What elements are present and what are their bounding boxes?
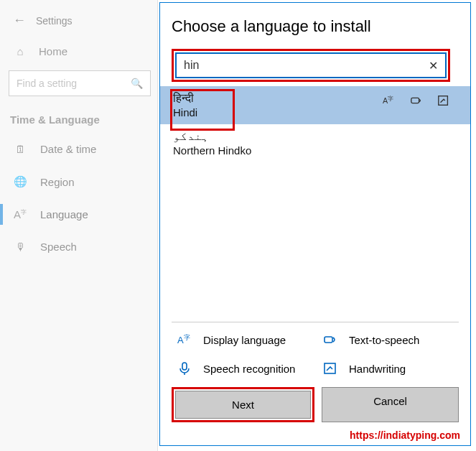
feature-label: Text-to-speech: [349, 334, 419, 346]
svg-text:A: A: [177, 335, 184, 345]
display-language-icon: A字: [383, 94, 396, 110]
svg-text:字: 字: [388, 96, 393, 102]
watermark-url: https://indiatyping.com: [160, 429, 470, 445]
feature-text-to-speech: Text-to-speech: [323, 333, 457, 347]
display-language-icon: A字: [177, 333, 192, 347]
sidebar-item-speech[interactable]: 🎙 Speech: [0, 231, 158, 263]
feature-label: Handwriting: [349, 363, 406, 375]
result-feature-icons: A字: [383, 94, 450, 110]
text-to-speech-icon: [410, 94, 423, 110]
sidebar-home-label: Home: [39, 45, 67, 57]
home-icon: ⌂: [13, 45, 27, 57]
sidebar-item-label: Language: [40, 208, 88, 220]
result-native-name: हिन्दी: [173, 92, 197, 105]
sidebar-item-language[interactable]: A字 Language: [0, 198, 158, 231]
result-english-name: Northern Hindko: [173, 144, 251, 157]
microphone-icon: [177, 361, 192, 376]
sidebar-section-heading: Time & Language: [0, 96, 158, 133]
search-highlight-box: ✕: [172, 49, 450, 82]
sidebar-divider: [157, 0, 158, 451]
globe-icon: 🌐: [13, 175, 27, 188]
handwriting-icon: [323, 361, 337, 376]
feature-display-language: A字 Display language: [177, 333, 312, 347]
result-native-name: ہندکو: [173, 130, 251, 143]
result-english-name: Hindi: [173, 106, 197, 118]
svg-text:字: 字: [184, 334, 190, 341]
dialog-button-row: Next Cancel: [160, 387, 470, 429]
sidebar-search-placeholder: Find a setting: [17, 78, 77, 89]
language-icon: A字: [13, 208, 27, 220]
svg-rect-6: [325, 337, 332, 343]
text-to-speech-icon: [323, 333, 337, 347]
sidebar-item-label: Speech: [40, 241, 77, 253]
language-search-input[interactable]: [177, 54, 421, 77]
language-install-dialog: Choose a language to install ✕ हिन्दी Hi…: [159, 2, 471, 446]
calendar-icon: 🗓: [13, 143, 27, 155]
language-result-hindi[interactable]: हिन्दी Hindi A字: [160, 86, 470, 124]
svg-rect-2: [411, 98, 419, 103]
feature-label: Display language: [203, 334, 286, 346]
language-search-box[interactable]: ✕: [175, 52, 447, 78]
handwriting-icon: [437, 94, 450, 110]
language-result-list: हिन्दी Hindi A字 ہندکو Northern Hindko: [160, 86, 470, 162]
sidebar-search[interactable]: Find a setting 🔍: [9, 70, 151, 96]
feature-label: Speech recognition: [203, 363, 295, 375]
sidebar-item-datetime[interactable]: 🗓 Date & time: [0, 133, 158, 165]
next-button[interactable]: Next: [175, 391, 311, 419]
feature-handwriting: Handwriting: [323, 361, 457, 376]
sidebar-item-label: Date & time: [40, 143, 96, 155]
sidebar-home[interactable]: ⌂ Home: [0, 28, 158, 65]
dialog-title: Choose a language to install: [172, 17, 450, 36]
feature-speech-recognition: Speech recognition: [177, 361, 312, 376]
feature-legend: A字 Display language Text-to-speech Speec…: [160, 322, 470, 387]
clear-search-icon[interactable]: ✕: [421, 59, 445, 73]
svg-rect-7: [182, 363, 187, 370]
microphone-icon: 🎙: [13, 241, 27, 253]
settings-sidebar: ← Settings ⌂ Home Find a setting 🔍 Time …: [0, 0, 158, 451]
language-result-hindko[interactable]: ہندکو Northern Hindko: [160, 124, 470, 162]
svg-rect-8: [325, 363, 335, 373]
cancel-button[interactable]: Cancel: [322, 387, 459, 422]
settings-title: Settings: [36, 15, 73, 27]
search-icon: 🔍: [131, 78, 143, 89]
sidebar-item-region[interactable]: 🌐 Region: [0, 165, 158, 198]
back-icon[interactable]: ←: [13, 13, 26, 28]
next-button-highlight: Next: [172, 387, 314, 422]
sidebar-item-label: Region: [40, 176, 75, 188]
